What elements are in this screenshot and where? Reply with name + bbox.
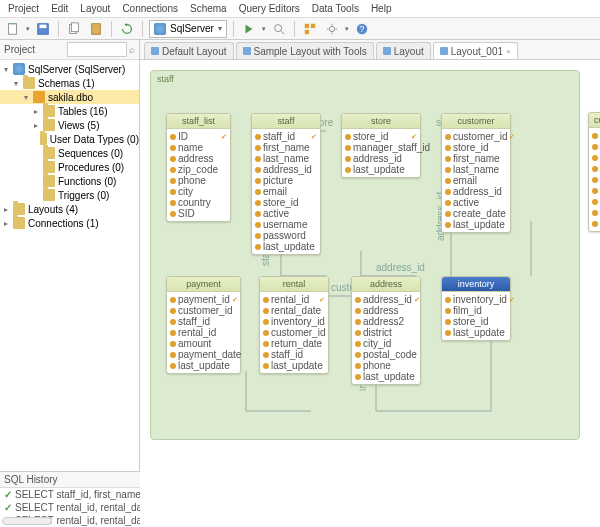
table-column[interactable]: notes <box>592 207 600 218</box>
table-column[interactable]: address <box>355 305 417 316</box>
table-column[interactable]: rental_id <box>170 327 237 338</box>
tree-root[interactable]: ▾ SqlServer (SqlServer) <box>0 62 139 76</box>
run-icon[interactable] <box>240 20 258 38</box>
tree-sequences[interactable]: Sequences (0) <box>0 146 139 160</box>
table-column[interactable]: customer_id✔ <box>445 131 507 142</box>
table-column[interactable]: SID <box>170 208 227 219</box>
menu-layout[interactable]: Layout <box>80 3 110 14</box>
table-column[interactable]: last_name <box>255 153 317 164</box>
copy-icon[interactable] <box>65 20 83 38</box>
menu-schema[interactable]: Schema <box>190 3 227 14</box>
save-icon[interactable] <box>34 20 52 38</box>
table-column[interactable]: last_update <box>445 327 507 338</box>
table-column[interactable]: last_update <box>263 360 325 371</box>
table-column[interactable]: city <box>170 186 227 197</box>
tree-connections[interactable]: ▸Connections (1) <box>0 216 139 230</box>
table-column[interactable]: address_id <box>445 186 507 197</box>
project-search-input[interactable] <box>67 42 127 57</box>
table-column[interactable]: email <box>255 186 317 197</box>
tree-sakila[interactable]: ▾ sakila.dbo <box>0 90 139 104</box>
menu-edit[interactable]: Edit <box>51 3 68 14</box>
search-icon[interactable]: ⌕ <box>129 44 135 55</box>
table-payment[interactable]: payment payment_id✔customer_idstaff_idre… <box>166 276 241 374</box>
table-column[interactable]: zip_code <box>170 164 227 175</box>
table-staff-list[interactable]: staff_list ID✔nameaddresszip_codephoneci… <box>166 113 231 222</box>
gear-icon[interactable] <box>323 20 341 38</box>
new-file-icon[interactable] <box>4 20 22 38</box>
tab-default-layout[interactable]: Default Layout <box>144 42 234 59</box>
diagram-canvas[interactable]: staff store store_id staff_id address_id… <box>140 60 600 527</box>
table-column[interactable]: inventory_id✔ <box>445 294 507 305</box>
horizontal-scrollbar[interactable] <box>2 517 52 525</box>
table-address[interactable]: address address_id✔addressaddress2distri… <box>351 276 421 385</box>
table-store[interactable]: store store_id✔manager_staff_idaddress_i… <box>341 113 421 178</box>
table-column[interactable]: active <box>445 197 507 208</box>
table-column[interactable]: name <box>592 141 600 152</box>
table-column[interactable]: return_date <box>263 338 325 349</box>
close-icon[interactable]: × <box>506 47 511 56</box>
table-column[interactable]: postal_code <box>355 349 417 360</box>
table-column[interactable]: first_name <box>255 142 317 153</box>
table-column[interactable]: address_id <box>255 164 317 175</box>
table-column[interactable]: payment_date <box>170 349 237 360</box>
layout-icon[interactable] <box>301 20 319 38</box>
table-column[interactable]: address <box>592 152 600 163</box>
table-column[interactable]: staff_id <box>263 349 325 360</box>
paste-icon[interactable] <box>87 20 105 38</box>
refresh-icon[interactable] <box>118 20 136 38</box>
menu-project[interactable]: Project <box>8 3 39 14</box>
table-column[interactable]: customer_id <box>170 305 237 316</box>
table-inventory[interactable]: inventory inventory_id✔film_idstore_idla… <box>441 276 511 341</box>
menu-data-tools[interactable]: Data Tools <box>312 3 359 14</box>
table-column[interactable]: create_date <box>445 208 507 219</box>
table-column[interactable]: picture <box>255 175 317 186</box>
table-column[interactable]: store_id <box>445 142 507 153</box>
table-column[interactable]: store_id✔ <box>345 131 417 142</box>
table-staff[interactable]: staff staff_id✔first_namelast_nameaddres… <box>251 113 321 255</box>
database-selector[interactable]: SqlServer <box>149 20 227 38</box>
tab-layout-001[interactable]: Layout_001× <box>433 42 518 59</box>
table-column[interactable]: rental_id✔ <box>263 294 325 305</box>
table-column[interactable]: last_update <box>255 241 317 252</box>
table-column[interactable]: inventory_id <box>263 316 325 327</box>
menu-query-editors[interactable]: Query Editors <box>239 3 300 14</box>
table-column[interactable]: staff_id✔ <box>255 131 317 142</box>
tree-functions[interactable]: Functions (0) <box>0 174 139 188</box>
table-customer-list[interactable]: customer_list ID✔nameaddresszip_codephon… <box>588 112 600 232</box>
table-rental[interactable]: rental rental_id✔rental_dateinventory_id… <box>259 276 329 374</box>
tree-procedures[interactable]: Procedures (0) <box>0 160 139 174</box>
tab-sample-layout[interactable]: Sample Layout with Tools <box>236 42 374 59</box>
table-customer[interactable]: customer customer_id✔store_idfirst_namel… <box>441 113 511 233</box>
table-column[interactable]: address <box>170 153 227 164</box>
table-column[interactable]: country <box>592 196 600 207</box>
table-column[interactable]: last_name <box>445 164 507 175</box>
table-column[interactable]: password <box>255 230 317 241</box>
table-column[interactable]: ID✔ <box>592 130 600 141</box>
table-column[interactable]: film_id <box>445 305 507 316</box>
table-column[interactable]: amount <box>170 338 237 349</box>
tree-tables[interactable]: ▸Tables (16) <box>0 104 139 118</box>
tree-views[interactable]: ▸Views (5) <box>0 118 139 132</box>
tree-schemas[interactable]: ▾ Schemas (1) <box>0 76 139 90</box>
table-column[interactable]: address2 <box>355 316 417 327</box>
table-column[interactable]: last_update <box>355 371 417 382</box>
table-column[interactable]: city_id <box>355 338 417 349</box>
sql-history-row[interactable]: ✓SELECT rental_id, rental_date, in <box>0 501 140 514</box>
table-column[interactable]: email <box>445 175 507 186</box>
table-column[interactable]: rental_date <box>263 305 325 316</box>
help-icon[interactable]: ? <box>353 20 371 38</box>
table-column[interactable]: address_id✔ <box>355 294 417 305</box>
table-column[interactable]: address_id <box>345 153 417 164</box>
tree-layouts[interactable]: ▸Layouts (4) <box>0 202 139 216</box>
table-column[interactable]: phone <box>592 174 600 185</box>
sql-history-row[interactable]: ✓SELECT staff_id, first_name, last_ <box>0 488 140 501</box>
table-column[interactable]: last_update <box>170 360 237 371</box>
find-icon[interactable] <box>270 20 288 38</box>
table-column[interactable]: district <box>355 327 417 338</box>
table-column[interactable]: staff_id <box>170 316 237 327</box>
table-column[interactable]: manager_staff_id <box>345 142 417 153</box>
table-column[interactable]: name <box>170 142 227 153</box>
table-column[interactable]: last_update <box>345 164 417 175</box>
table-column[interactable]: username <box>255 219 317 230</box>
table-column[interactable]: customer_id <box>263 327 325 338</box>
